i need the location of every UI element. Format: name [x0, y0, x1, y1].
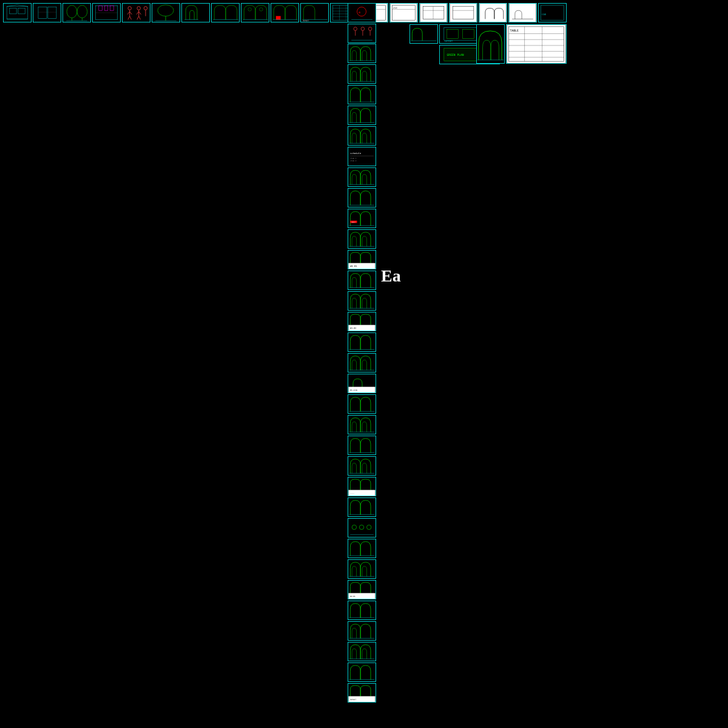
- svg-text:TABLE: TABLE: [510, 29, 519, 32]
- svg-text:W1-02: W1-02: [350, 327, 356, 329]
- arch-main-t13[interactable]: [348, 291, 376, 311]
- arch-main-t7[interactable]: [348, 167, 376, 187]
- arch-main-t31[interactable]: [348, 662, 376, 682]
- arch-col1-t2[interactable]: [348, 24, 376, 43]
- arch-main-t24[interactable]: [348, 518, 376, 538]
- svg-text:plan: plan: [393, 7, 397, 9]
- svg-text:GREEN PLAN: GREEN PLAN: [447, 53, 464, 56]
- svg-rect-77: [479, 4, 506, 22]
- arch-col1-t1[interactable]: ⚙: [348, 3, 376, 22]
- thumb-7[interactable]: [181, 3, 210, 22]
- svg-text:⚙: ⚙: [359, 11, 360, 14]
- thumb-6[interactable]: [152, 3, 180, 22]
- svg-text:W1-01: W1-01: [350, 265, 357, 268]
- thumb-14[interactable]: plan: [389, 3, 418, 22]
- thumb-8[interactable]: [211, 3, 240, 22]
- arch-main-t3[interactable]: [348, 85, 376, 104]
- svg-text:LAYOUT: LAYOUT: [445, 40, 453, 42]
- arch-main-t18[interactable]: [348, 394, 376, 414]
- arch-main-t5[interactable]: [348, 126, 376, 146]
- thumb-17[interactable]: [479, 3, 507, 22]
- svg-text:----: ----: [350, 492, 354, 494]
- svg-text:schedule: schedule: [350, 152, 362, 155]
- thumb-19[interactable]: CAD: [538, 3, 567, 22]
- arch-main-t19[interactable]: [348, 415, 376, 434]
- svg-text:detail: detail: [303, 19, 309, 22]
- svg-text:label: label: [351, 221, 356, 223]
- svg-text:item 2: item 2: [350, 160, 356, 162]
- arch-main-t15[interactable]: [348, 332, 376, 352]
- thumb-11[interactable]: detail: [300, 3, 329, 22]
- top-right-box-b[interactable]: TABLE: [506, 24, 567, 64]
- arch-main-t25[interactable]: [348, 539, 376, 558]
- arch-main-t16[interactable]: [348, 353, 376, 372]
- arch-main-t2[interactable]: [348, 64, 376, 84]
- arch-main-t1[interactable]: [348, 44, 376, 63]
- arch-main-t27[interactable]: W2-01: [348, 580, 376, 599]
- svg-text:W1-side: W1-side: [350, 389, 357, 391]
- svg-text:W2-01: W2-01: [350, 595, 356, 598]
- thumb-2[interactable]: [33, 3, 61, 22]
- arch-main-t29[interactable]: [348, 621, 376, 641]
- top-right-box-a[interactable]: [476, 24, 505, 64]
- arch-main-t11[interactable]: W1-01: [348, 250, 376, 269]
- thumb-10[interactable]: [271, 3, 299, 22]
- arch-main-t32[interactable]: detail: [348, 683, 376, 703]
- svg-text:detail: detail: [350, 698, 356, 701]
- thumb-1[interactable]: [3, 3, 32, 22]
- arch-main-t20-ea[interactable]: [348, 436, 376, 455]
- arch-main-t4[interactable]: [348, 106, 376, 125]
- arch-main-t22[interactable]: ----: [348, 477, 376, 496]
- arch-main-t30[interactable]: [348, 642, 376, 661]
- thumb-3[interactable]: [62, 3, 91, 22]
- thumb-9[interactable]: [241, 3, 269, 22]
- svg-text:item 1: item 1: [350, 157, 356, 160]
- svg-rect-83: [348, 4, 375, 22]
- arch-main-t8[interactable]: [348, 188, 376, 207]
- thumb-18[interactable]: [508, 3, 537, 22]
- svg-rect-49: [276, 16, 281, 20]
- arch-main-t28[interactable]: [348, 601, 376, 620]
- thumb-15[interactable]: [419, 3, 448, 22]
- ea-label: Ea: [381, 266, 401, 286]
- arch-column-main: scheduleitem 1item 2 label W1-01 W1-02 W…: [348, 44, 376, 703]
- svg-rect-173: [410, 25, 437, 43]
- thumb-5[interactable]: [122, 3, 150, 22]
- svg-text:CAD: CAD: [542, 13, 547, 16]
- arch-main-t12[interactable]: [348, 271, 376, 290]
- arch-main-t21[interactable]: [348, 456, 376, 476]
- thumb-4[interactable]: [92, 3, 121, 22]
- arch-main-t23[interactable]: [348, 497, 376, 517]
- svg-rect-87: [348, 24, 375, 42]
- arch-main-t17[interactable]: W1-side: [348, 374, 376, 393]
- special-box-1[interactable]: [410, 24, 438, 44]
- arch-column-1: ⚙: [348, 3, 376, 43]
- arch-main-t14[interactable]: W1-02: [348, 312, 376, 331]
- top-thumbnail-row: detail TITLE plan: [3, 3, 567, 22]
- arch-main-t26[interactable]: [348, 559, 376, 579]
- arch-main-t9[interactable]: label: [348, 209, 376, 228]
- arch-main-t10[interactable]: [348, 229, 376, 249]
- top-right-second-group: TABLE: [476, 24, 567, 64]
- thumb-16[interactable]: [449, 3, 477, 22]
- arch-main-t6[interactable]: scheduleitem 1item 2: [348, 147, 376, 166]
